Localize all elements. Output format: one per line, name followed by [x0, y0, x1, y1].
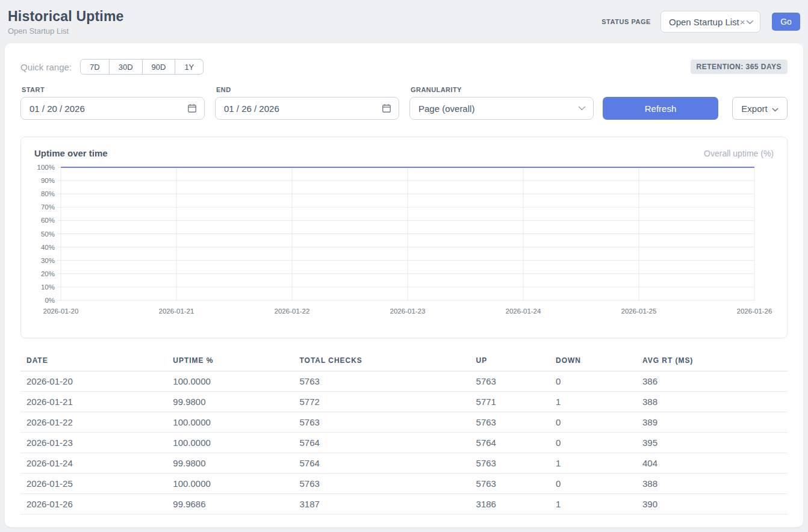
end-date-field: END 01 / 26 / 2026 — [215, 86, 399, 120]
table-cell: 2026-01-25 — [20, 474, 167, 494]
granularity-value: Page (overall) — [418, 104, 474, 114]
table-cell: 1 — [550, 453, 636, 474]
quick-range-90d[interactable]: 90D — [142, 59, 176, 75]
table-cell: 100.0000 — [167, 371, 293, 392]
table-cell: 0 — [550, 433, 636, 453]
status-page-select[interactable]: Open Startup List × — [660, 11, 760, 32]
table-cell: 2026-01-20 — [20, 371, 167, 392]
y-axis-label: 70% — [41, 203, 55, 211]
chevron-down-icon — [578, 106, 586, 111]
chart-card: Uptime over time Overall uptime (%) 0%10… — [20, 137, 788, 338]
table-cell: 1 — [550, 494, 636, 515]
chart-header: Uptime over time Overall uptime (%) — [34, 148, 774, 158]
granularity-select[interactable]: Page (overall) — [409, 97, 594, 120]
main-panel: Quick range: 7D30D90D1Y RETENTION: 365 D… — [5, 43, 803, 527]
x-axis-label: 2026-01-26 — [737, 308, 772, 315]
table-body: 2026-01-20100.00005763576303862026-01-21… — [20, 371, 788, 515]
table-cell: 2026-01-24 — [20, 453, 167, 474]
x-axis-label: 2026-01-23 — [390, 308, 426, 315]
table-header-cell: DOWN — [550, 351, 636, 371]
table-cell: 5763 — [294, 371, 470, 392]
y-axis-label: 20% — [41, 270, 55, 277]
start-date-input[interactable]: 01 / 20 / 2026 — [20, 97, 205, 120]
table-cell: 5763 — [470, 371, 550, 392]
end-label: END — [215, 86, 399, 93]
x-axis-label: 2026-01-21 — [159, 308, 194, 315]
table-cell: 5764 — [294, 433, 470, 453]
page: Historical Uptime Open Startup List STAT… — [0, 0, 808, 532]
table-cell: 2026-01-22 — [20, 412, 167, 433]
table-cell: 100.0000 — [167, 474, 293, 494]
quick-range-row: Quick range: 7D30D90D1Y RETENTION: 365 D… — [20, 58, 788, 76]
go-button[interactable]: Go — [772, 13, 800, 31]
chart-legend: Overall uptime (%) — [704, 149, 774, 158]
table-cell: 99.9686 — [167, 494, 293, 515]
quick-range-1y[interactable]: 1Y — [175, 59, 204, 75]
chevron-down-icon — [772, 104, 778, 114]
table-cell: 390 — [636, 494, 788, 515]
table-cell: 100.0000 — [167, 433, 293, 453]
clear-selection-icon[interactable]: × — [740, 17, 745, 27]
table-cell: 388 — [636, 392, 788, 412]
quick-range-7d[interactable]: 7D — [80, 59, 110, 75]
granularity-label: GRANULARITY — [409, 86, 594, 93]
table-cell: 99.9800 — [167, 453, 293, 474]
table-cell: 5763 — [294, 474, 470, 494]
table-cell: 0 — [550, 412, 636, 433]
calendar-icon[interactable] — [187, 104, 197, 113]
x-axis-label: 2026-01-22 — [275, 308, 310, 315]
table-cell: 5763 — [470, 453, 550, 474]
table-cell: 1 — [550, 392, 636, 412]
page-subtitle: Open Startup List — [8, 26, 124, 36]
y-axis-label: 80% — [41, 190, 55, 197]
start-date-value: 01 / 20 / 2026 — [30, 104, 85, 114]
table-cell: 5763 — [470, 412, 550, 433]
quick-range-30d[interactable]: 30D — [109, 59, 143, 75]
status-page-value: Open Startup List — [669, 17, 739, 27]
table-row: 2026-01-23100.0000576457640395 — [20, 433, 788, 453]
table-row: 2026-01-22100.0000576357630389 — [20, 412, 788, 433]
table-cell: 2026-01-21 — [20, 392, 167, 412]
y-axis-label: 60% — [41, 217, 55, 224]
table-cell: 389 — [636, 412, 788, 433]
table-header-row: DATEUPTIME %TOTAL CHECKSUPDOWNAVG RT (MS… — [20, 351, 788, 371]
end-date-input[interactable]: 01 / 26 / 2026 — [215, 97, 399, 120]
uptime-chart: 0%10%20%30%40%50%60%70%80%90%100%2026-01… — [34, 164, 775, 315]
retention-badge: RETENTION: 365 DAYS — [691, 60, 788, 74]
quick-range-group: 7D30D90D1Y — [80, 59, 204, 75]
y-axis-label: 0% — [45, 297, 55, 304]
uptime-table: DATEUPTIME %TOTAL CHECKSUPDOWNAVG RT (MS… — [20, 351, 788, 515]
chevron-down-icon — [746, 16, 754, 27]
end-date-value: 01 / 26 / 2026 — [224, 104, 279, 114]
table-cell: 5763 — [294, 412, 470, 433]
calendar-icon[interactable] — [382, 104, 391, 113]
table-row: 2026-01-2699.9686318731861390 — [20, 494, 788, 515]
page-header: Historical Uptime Open Startup List STAT… — [0, 0, 808, 43]
granularity-field: GRANULARITY Page (overall) — [409, 86, 594, 120]
export-label: Export — [741, 104, 767, 114]
y-axis-label: 10% — [41, 283, 55, 291]
y-axis-label: 40% — [41, 244, 55, 251]
table-cell: 5764 — [470, 433, 550, 453]
table-cell: 3186 — [470, 494, 550, 515]
table-head: DATEUPTIME %TOTAL CHECKSUPDOWNAVG RT (MS… — [20, 351, 788, 371]
table-row: 2026-01-2199.9800577257711388 — [20, 392, 788, 412]
export-button[interactable]: Export — [732, 97, 788, 120]
refresh-button[interactable]: Refresh — [603, 97, 718, 120]
table-cell: 395 — [636, 433, 788, 453]
table-cell: 0 — [550, 371, 636, 392]
status-page-controls: STATUS PAGE Open Startup List × Go — [601, 11, 800, 32]
x-axis-label: 2026-01-20 — [43, 308, 79, 315]
y-axis-label: 100% — [37, 164, 55, 171]
table-cell: 5771 — [470, 392, 550, 412]
chart-title: Uptime over time — [34, 148, 108, 158]
table-cell: 99.9800 — [167, 392, 293, 412]
table-header-cell: DATE — [20, 351, 167, 371]
table-cell: 100.0000 — [167, 412, 293, 433]
table-cell: 0 — [550, 474, 636, 494]
title-block: Historical Uptime Open Startup List — [8, 8, 124, 36]
table-cell: 3187 — [294, 494, 470, 515]
x-axis-label: 2026-01-24 — [506, 308, 541, 315]
page-title: Historical Uptime — [8, 8, 124, 25]
y-axis-label: 30% — [41, 257, 55, 264]
